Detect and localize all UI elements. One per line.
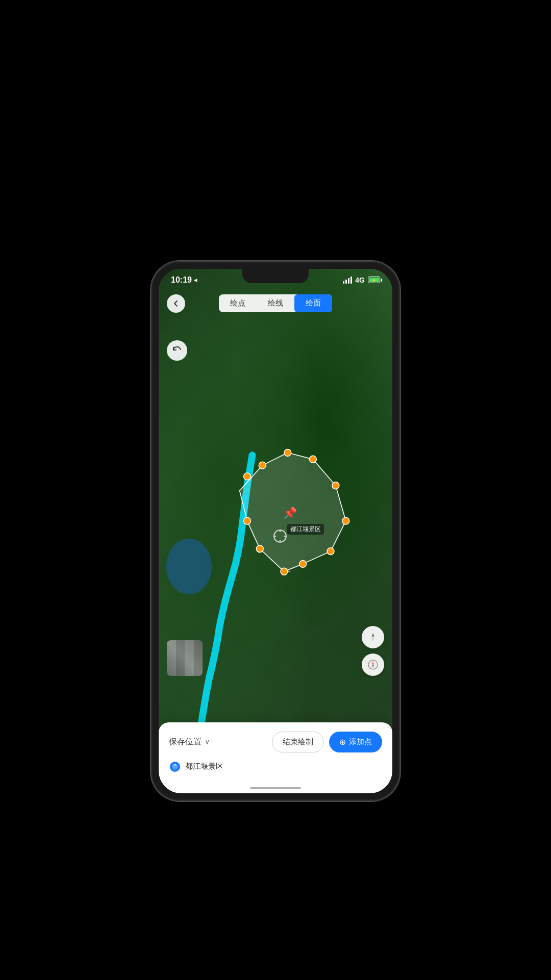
svg-point-19 bbox=[332, 482, 339, 489]
panel-row-location: 都江堰景区 bbox=[169, 761, 382, 773]
location-label: 都江堰景区 bbox=[287, 524, 324, 535]
battery-bolt-icon: ⚡ bbox=[371, 278, 377, 282]
svg-point-22 bbox=[299, 560, 307, 567]
svg-point-15 bbox=[259, 462, 266, 469]
draw-line-btn[interactable]: 绘线 bbox=[257, 294, 294, 312]
minimap[interactable] bbox=[167, 640, 203, 676]
undo-button[interactable] bbox=[167, 340, 187, 361]
svg-line-5 bbox=[336, 485, 346, 520]
svg-point-16 bbox=[284, 449, 291, 456]
signal-bar-2 bbox=[345, 280, 347, 284]
panel-row-actions: 保存位置 ∨ 结束绘制 ⊕ 添加点 bbox=[169, 732, 382, 752]
draw-area-btn[interactable]: 绘面 bbox=[294, 294, 332, 312]
draw-toolbar: 绘点 绘线 绘面 bbox=[219, 294, 332, 312]
battery-fill: ⚡ bbox=[369, 278, 379, 282]
svg-line-6 bbox=[331, 521, 346, 551]
signal-bars bbox=[343, 277, 352, 284]
status-right: 4G ⚡ bbox=[343, 276, 380, 284]
home-indicator bbox=[250, 787, 301, 789]
undo-icon bbox=[171, 345, 183, 356]
add-point-label: 添加点 bbox=[349, 737, 372, 747]
svg-line-8 bbox=[284, 564, 303, 571]
bottom-panel: 保存位置 ∨ 结束绘制 ⊕ 添加点 bbox=[159, 722, 392, 793]
direction-icon bbox=[367, 632, 379, 643]
svg-line-13 bbox=[240, 465, 263, 491]
svg-line-14 bbox=[284, 569, 290, 571]
panel-actions: 结束绘制 ⊕ 添加点 bbox=[272, 732, 382, 752]
svg-point-0 bbox=[166, 538, 212, 594]
svg-point-20 bbox=[342, 517, 349, 524]
svg-point-23 bbox=[281, 568, 288, 575]
compass-icon bbox=[367, 659, 379, 670]
svg-line-11 bbox=[247, 521, 260, 549]
signal-bar-4 bbox=[350, 277, 352, 284]
minimap-grid bbox=[167, 640, 203, 676]
svg-line-2 bbox=[262, 453, 288, 465]
pin-marker: 📌 bbox=[283, 507, 297, 520]
draw-point-btn[interactable]: 绘点 bbox=[219, 294, 257, 312]
svg-line-3 bbox=[288, 453, 313, 459]
location-badge: 都江堰景区 bbox=[169, 761, 223, 773]
svg-marker-32 bbox=[371, 637, 374, 641]
svg-point-18 bbox=[244, 472, 251, 480]
map-background: 都江堰景区 📌 bbox=[159, 269, 392, 793]
map-svg bbox=[159, 269, 392, 793]
back-arrow-icon bbox=[172, 299, 180, 308]
network-type: 4G bbox=[355, 276, 365, 284]
battery-body: ⚡ bbox=[368, 277, 380, 283]
back-button[interactable] bbox=[167, 294, 185, 313]
battery-indicator: ⚡ bbox=[368, 277, 380, 283]
svg-marker-34 bbox=[372, 661, 374, 665]
map-area: 都江堰景区 📌 bbox=[159, 269, 392, 793]
svg-line-4 bbox=[313, 459, 336, 486]
plus-circle-icon: ⊕ bbox=[339, 737, 346, 747]
map-controls bbox=[362, 626, 384, 676]
svg-point-21 bbox=[327, 547, 334, 555]
notch bbox=[242, 269, 309, 283]
svg-point-24 bbox=[256, 545, 263, 552]
svg-marker-35 bbox=[372, 665, 374, 668]
phone-shell: 都江堰景区 📌 10:19 ◂ bbox=[151, 261, 400, 801]
status-time: 10:19 ◂ bbox=[171, 275, 197, 285]
add-point-button[interactable]: ⊕ 添加点 bbox=[329, 732, 382, 752]
save-location-selector[interactable]: 保存位置 ∨ bbox=[169, 737, 210, 747]
end-draw-button[interactable]: 结束绘制 bbox=[272, 732, 324, 752]
save-location-label: 保存位置 bbox=[169, 737, 202, 747]
svg-marker-31 bbox=[371, 633, 374, 637]
compass-button[interactable] bbox=[362, 654, 384, 676]
pin-icon: 📌 bbox=[283, 507, 297, 520]
signal-bar-3 bbox=[348, 278, 349, 284]
svg-point-25 bbox=[244, 517, 251, 524]
phone-container: 都江堰景区 📌 10:19 ◂ bbox=[151, 261, 400, 801]
direction-button[interactable] bbox=[362, 626, 384, 648]
svg-point-26 bbox=[274, 530, 286, 542]
svg-line-10 bbox=[260, 548, 284, 571]
location-arrow-icon: ◂ bbox=[194, 277, 197, 284]
svg-line-12 bbox=[240, 490, 247, 520]
time-display: 10:19 bbox=[171, 275, 192, 285]
svg-line-7 bbox=[303, 551, 331, 564]
svg-point-17 bbox=[309, 456, 316, 463]
location-badge-icon bbox=[169, 761, 181, 773]
signal-bar-1 bbox=[343, 281, 344, 284]
location-name: 都江堰景区 bbox=[185, 762, 223, 771]
phone-screen: 都江堰景区 📌 10:19 ◂ bbox=[159, 269, 392, 793]
chevron-down-icon: ∨ bbox=[205, 738, 210, 746]
